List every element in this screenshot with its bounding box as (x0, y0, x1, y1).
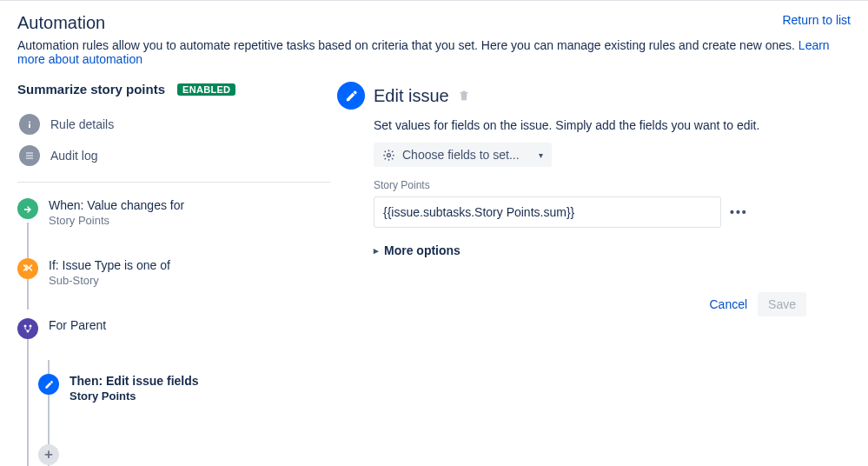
svg-point-0 (29, 122, 30, 123)
chooser-label: Choose fields to set... (402, 148, 520, 162)
panel-description: Set values for fields on the issue. Simp… (374, 118, 851, 132)
page-title: Automation (17, 13, 105, 33)
save-button: Save (758, 292, 806, 316)
return-to-list-link[interactable]: Return to list (782, 13, 851, 27)
story-points-input[interactable] (374, 196, 721, 228)
field-label: Story Points (374, 179, 784, 191)
step-action[interactable]: Then: Edit issue fields Story Points (38, 360, 330, 406)
rule-name: Summarize story points (17, 82, 165, 97)
field-more-button[interactable]: ••• (726, 202, 752, 223)
page-subheading: Automation rules allow you to automate r… (17, 38, 851, 66)
edit-icon (38, 374, 59, 395)
plus-icon: + (38, 444, 59, 465)
gear-icon (382, 149, 395, 162)
edit-icon (337, 82, 365, 110)
chevron-down-icon: ▾ (539, 150, 543, 160)
step-detail: Sub-Story (49, 274, 170, 287)
svg-rect-3 (26, 156, 33, 156)
step-trigger[interactable]: When: Value changes for Story Points (17, 195, 330, 230)
status-badge: ENABLED (177, 83, 235, 96)
svg-rect-2 (26, 153, 33, 154)
choose-fields-button[interactable]: Choose fields to set... ▾ (374, 143, 552, 167)
step-title: For Parent (49, 318, 106, 332)
sidebar-item-label: Rule details (50, 117, 114, 131)
chevron-right-icon: ▸ (374, 245, 379, 256)
step-detail: Story Points (70, 389, 199, 403)
step-detail: Story Points (49, 214, 184, 227)
cancel-button[interactable]: Cancel (709, 297, 747, 311)
branch-icon (17, 318, 38, 339)
more-options-toggle[interactable]: ▸ More options (374, 243, 784, 257)
svg-point-6 (30, 325, 32, 328)
step-title: Then: Edit issue fields (70, 374, 199, 388)
delete-button[interactable] (458, 90, 470, 102)
svg-point-5 (24, 325, 27, 328)
subhead-text: Automation rules allow you to automate r… (17, 38, 798, 52)
step-title: If: Issue Type is one of (49, 258, 170, 272)
trigger-icon (17, 198, 38, 219)
svg-rect-4 (26, 158, 33, 159)
step-condition[interactable]: If: Issue Type is one of Sub-Story (17, 255, 330, 290)
panel-title: Edit issue (374, 86, 449, 106)
sidebar-item-label: Audit log (50, 149, 97, 163)
svg-point-8 (388, 153, 391, 156)
info-icon (19, 114, 40, 135)
sidebar-item-audit-log[interactable]: Audit log (17, 140, 330, 171)
step-title: When: Value changes for (49, 198, 184, 212)
condition-icon (17, 258, 38, 279)
sidebar-item-rule-details[interactable]: Rule details (17, 109, 330, 140)
list-icon (19, 145, 40, 166)
svg-rect-1 (29, 124, 30, 129)
add-step-button[interactable]: + (38, 430, 330, 466)
more-options-label: More options (384, 243, 461, 257)
step-branch[interactable]: For Parent (17, 315, 330, 343)
